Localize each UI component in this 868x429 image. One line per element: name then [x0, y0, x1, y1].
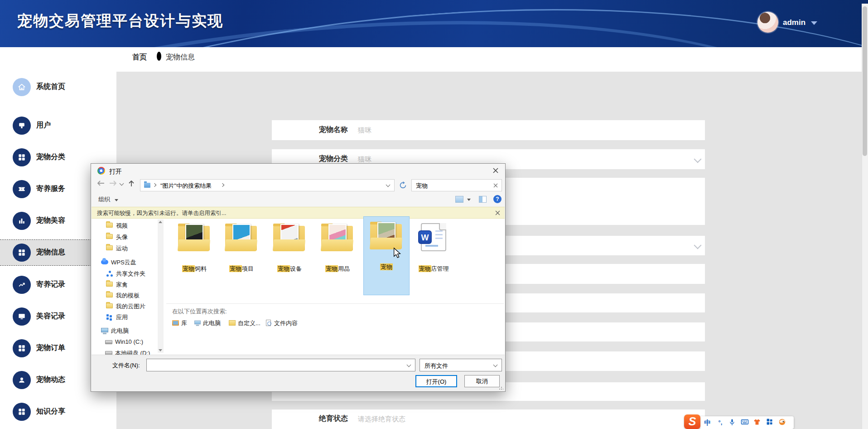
neuter-status-select[interactable]: 请选择绝育状态 — [358, 415, 405, 424]
address-dropdown-icon[interactable] — [386, 183, 391, 187]
monitor-icon — [13, 307, 31, 326]
pet-category-select[interactable]: 猫咪 — [358, 155, 371, 164]
file-tile-pet-selected[interactable]: 宠物 — [364, 217, 409, 295]
avatar[interactable] — [757, 12, 778, 33]
address-path[interactable]: "图片"中的搜索结果 — [160, 182, 212, 190]
refresh-icon[interactable] — [399, 181, 407, 189]
sidebar-item-users[interactable]: 用户 — [0, 113, 116, 138]
dialog-toolbar: 组织 ? — [91, 194, 505, 206]
computer-icon — [101, 328, 108, 332]
filetype-select[interactable]: 所有文件 — [420, 359, 502, 371]
emoji-face-icon[interactable] — [777, 418, 786, 427]
file-content-icon — [266, 320, 271, 326]
custom-folder-icon — [229, 320, 236, 326]
breadcrumb-current: 宠物信息 — [166, 53, 195, 62]
sidebar-item-label: 宠物美容 — [36, 216, 65, 225]
folder-icon — [321, 224, 354, 252]
forward-icon[interactable] — [109, 180, 117, 186]
open-button[interactable]: 打开(O) — [415, 375, 457, 387]
word-doc-icon: W — [421, 223, 446, 251]
folder-icon — [106, 292, 113, 297]
chevron-down-icon[interactable] — [407, 363, 411, 367]
file-tile-pet-shop-doc[interactable]: W 宠物店管理 — [411, 221, 456, 276]
ticket-icon — [13, 180, 31, 198]
sidebar-item-label: 宠物分类 — [36, 152, 65, 162]
bar-chart-icon — [13, 212, 31, 230]
sidebar-item-system-home[interactable]: 系统首页 — [0, 74, 116, 100]
skin-shirt-icon[interactable] — [752, 418, 762, 427]
person-icon — [13, 371, 31, 389]
filename-input[interactable] — [146, 359, 415, 371]
resize-grip[interactable] — [499, 385, 503, 390]
toolbox-grid-icon[interactable] — [765, 418, 774, 427]
file-tile-pet-project[interactable]: 宠物项目 — [219, 221, 264, 276]
close-icon[interactable] — [492, 167, 499, 174]
breadcrumb-home[interactable]: 首页 — [132, 53, 147, 62]
scroll-down-icon[interactable] — [159, 349, 162, 351]
grid-icon — [13, 148, 31, 166]
breadcrumb-chevron-icon — [221, 183, 224, 187]
pet-category-label: 宠物分类 — [319, 154, 348, 164]
clear-search-icon[interactable] — [493, 183, 498, 188]
scroll-up-icon[interactable] — [159, 221, 162, 223]
sidebar-item-label: 知识分享 — [36, 407, 65, 416]
ime-lang-toggle[interactable]: 中 — [703, 418, 712, 427]
file-open-dialog: 打开 "图片"中的搜索结果 宠物 组织 ? 搜索可能较慢，因为索引未运行。请单击… — [91, 163, 506, 392]
up-icon[interactable] — [128, 180, 135, 187]
index-notice-bar[interactable]: 搜索可能较慢，因为索引未运行。请单击启用索引... — [92, 207, 505, 219]
sidebar-item-knowledge-share[interactable]: 知识分享 — [0, 399, 116, 424]
folder-icon — [273, 224, 306, 252]
preview-pane-icon[interactable] — [479, 196, 487, 203]
folder-icon — [106, 234, 113, 239]
folder-icon — [106, 282, 113, 287]
cancel-button[interactable]: 取消 — [464, 375, 500, 387]
help-icon[interactable]: ? — [493, 195, 502, 203]
microphone-icon[interactable] — [728, 418, 737, 427]
neuter-status-label: 绝育状态 — [319, 414, 348, 424]
dialog-body: 视频 头像 运动 WPS云盘 共享文件夹 家禽 我的模板 我的云图片 应用 此电… — [92, 219, 505, 355]
ime-punct-toggle[interactable]: °, — [716, 418, 725, 427]
dialog-navbar: "图片"中的搜索结果 宠物 — [91, 176, 505, 194]
file-tile-pet-supplies[interactable]: 宠物用品 — [315, 221, 360, 276]
file-tile-pet-equipment[interactable]: 宠物设备 — [267, 221, 312, 276]
chevron-down-icon[interactable] — [694, 156, 702, 163]
pet-name-input[interactable]: 猫咪 — [358, 126, 371, 135]
ime-toolbar[interactable]: 中 °, — [699, 416, 794, 429]
computer-icon — [194, 321, 201, 325]
drive-icon — [105, 340, 112, 344]
form-row-neuter-status: 绝育状态 请选择绝育状态 — [272, 410, 705, 429]
cloud-icon — [101, 260, 108, 264]
keyboard-icon[interactable] — [740, 418, 749, 427]
username[interactable]: admin — [783, 18, 805, 27]
folder-icon — [106, 245, 113, 250]
page-scrollbar-thumb[interactable] — [863, 6, 867, 156]
file-tile-pet-feed[interactable]: 宠物饲料 — [172, 221, 217, 276]
dialog-bottom: 文件名(N): 所有文件 打开(O) 取消 — [92, 355, 505, 391]
sidebar-item-label: 宠物信息 — [36, 248, 65, 257]
search-box[interactable]: 宠物 — [411, 179, 502, 191]
folder-icon — [225, 224, 258, 252]
address-bar[interactable]: "图片"中的搜索结果 — [140, 179, 395, 191]
divider — [166, 303, 504, 304]
sidebar-item-label: 寄养记录 — [36, 280, 65, 289]
sidebar-item-label: 用户 — [36, 121, 51, 130]
library-icon — [172, 320, 179, 326]
sidebar-item-label: 宠物订单 — [36, 343, 65, 353]
chevron-down-icon[interactable] — [694, 242, 702, 249]
close-notice-icon[interactable] — [495, 210, 500, 215]
view-dropdown-icon[interactable] — [467, 199, 471, 201]
folder-icon — [178, 224, 211, 252]
grid-icon — [13, 244, 31, 262]
breadcrumb-separator — [157, 52, 161, 61]
tree-scrollbar[interactable] — [158, 219, 164, 353]
organize-button[interactable]: 组织 — [98, 195, 110, 204]
sogou-logo-icon[interactable]: S — [684, 414, 700, 429]
back-icon[interactable] — [96, 180, 105, 186]
search-input[interactable]: 宠物 — [416, 182, 428, 190]
chevron-down-icon[interactable] — [493, 363, 498, 367]
chevron-down-icon[interactable] — [811, 21, 817, 25]
search-again-label: 在以下位置再次搜索: — [172, 307, 227, 316]
folder-icon — [106, 303, 113, 308]
view-mode-icon[interactable] — [455, 196, 463, 203]
history-dropdown-icon[interactable] — [120, 181, 124, 186]
